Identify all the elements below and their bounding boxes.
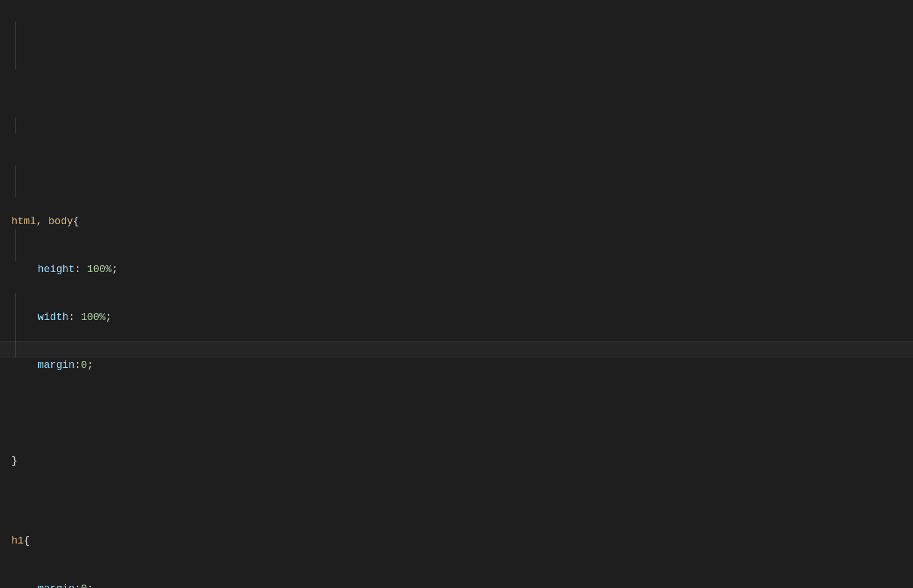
css-property: width — [38, 311, 68, 323]
css-value: 100% — [81, 311, 106, 323]
code-line[interactable]: html, body{ — [11, 213, 913, 229]
css-selector: h1 — [11, 535, 24, 546]
css-semicolon: ; — [87, 359, 93, 371]
css-value: 0 — [81, 583, 87, 588]
indent-guide — [15, 117, 16, 133]
indent-guide — [15, 293, 16, 357]
css-value: 100% — [87, 263, 111, 275]
indent-guide — [15, 22, 16, 70]
code-line[interactable]: margin:0; — [11, 357, 913, 373]
code-line[interactable]: height: 100%; — [11, 261, 913, 277]
brace-open: { — [73, 216, 79, 227]
css-selector: html, body — [11, 216, 73, 227]
code-line[interactable]: h1{ — [11, 533, 913, 549]
css-colon: : — [75, 263, 87, 275]
current-line-highlight — [0, 341, 913, 358]
css-value: 0 — [81, 359, 87, 371]
css-property: margin — [38, 359, 75, 371]
css-property: height — [38, 263, 75, 275]
css-semicolon: ; — [87, 583, 93, 588]
code-line[interactable]: width: 100%; — [11, 309, 913, 325]
indent-guide — [15, 165, 16, 197]
css-colon: : — [75, 583, 81, 588]
code-line[interactable]: } — [11, 453, 913, 469]
css-semicolon: ; — [112, 263, 118, 275]
brace-close: } — [11, 455, 18, 467]
css-colon: : — [75, 359, 81, 371]
indent-guide — [15, 229, 16, 261]
css-property: margin — [38, 583, 75, 588]
code-line[interactable]: margin:0; — [11, 581, 913, 588]
code-editor[interactable]: html, body{ height: 100%; width: 100%; m… — [0, 0, 913, 588]
brace-open: { — [24, 535, 30, 546]
code-line[interactable] — [11, 405, 913, 421]
css-colon: : — [68, 311, 81, 323]
css-semicolon: ; — [106, 311, 112, 323]
